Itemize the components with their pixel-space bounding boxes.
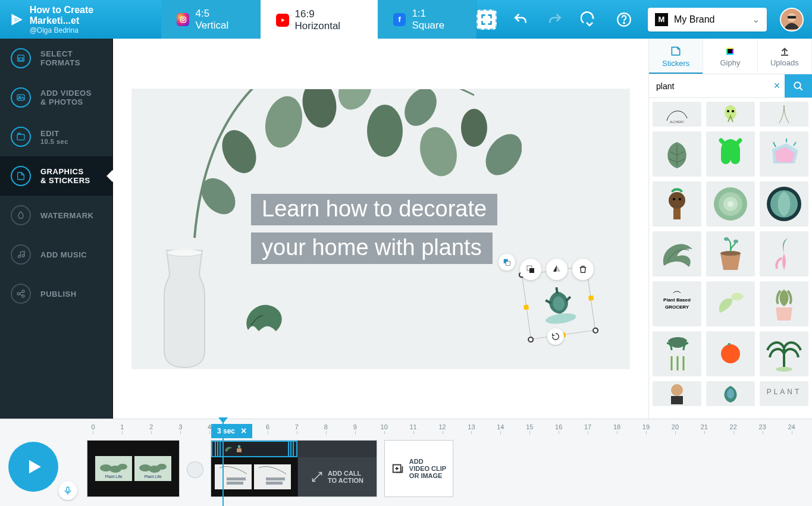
rtab-stickers[interactable]: Stickers [649,39,703,74]
svg-point-41 [794,82,801,89]
sidebar-item-graphics[interactable]: GRAPHICS& STICKERS [0,156,112,196]
sidebar-item-music[interactable]: ADD MUSIC [0,235,112,274]
sticker-result[interactable] [706,381,755,406]
add-clip-label: ADD VIDEO CLIP OR IMAGE [409,458,446,479]
rtab-giphy[interactable]: Giphy [703,39,757,74]
format-tab-1-1[interactable]: f 1:1 Square [378,0,476,39]
sidebar-item-publish[interactable]: PUBLISH [0,274,112,313]
svg-rect-69 [67,487,69,492]
svg-rect-78 [227,477,246,480]
sticker-result[interactable] [706,231,755,276]
timeline-tick: 23 [748,423,777,430]
sticker-result[interactable] [653,231,701,276]
sticker-result[interactable] [706,102,755,127]
overlay-duration-flag[interactable]: 3 sec × [211,424,252,438]
rtab-label: Uploads [770,58,799,67]
svg-point-3 [182,18,184,21]
brand-select[interactable]: M My Brand ⌄ [648,8,767,32]
selected-sticker[interactable] [531,275,587,330]
svg-point-45 [732,110,734,112]
sticker-result[interactable]: Plant BasedGROCERY [653,281,701,326]
svg-point-75 [157,464,167,470]
canvas-caption-line2[interactable]: your home with plants [251,232,493,264]
svg-point-29 [195,171,242,221]
sticker-result[interactable] [760,131,808,177]
sticker-result[interactable] [653,131,701,177]
svg-point-51 [679,198,681,200]
timeline-clip-1[interactable]: Plant Life Plant Life [87,440,180,497]
sticker-result[interactable] [706,181,755,227]
project-author: @Olga Bedrina [30,26,145,34]
sidebar-label: EDIT [40,129,68,138]
sticker-result[interactable] [706,281,755,326]
svg-point-17 [17,293,20,295]
svg-point-60 [733,240,738,243]
sticker-result[interactable] [653,381,701,406]
svg-point-30 [167,250,202,256]
voice-record-button[interactable] [58,481,77,500]
layer-front-button[interactable] [520,259,541,280]
svg-rect-2 [180,17,186,22]
play-button[interactable] [8,442,58,492]
sidebar-label: GRAPHICS [40,167,90,176]
sticker-result[interactable]: PLANT [760,381,808,406]
timeline-tick: 24 [777,423,806,430]
svg-rect-9 [788,15,796,18]
sidebar-item-edit[interactable]: EDIT10.5 sec [0,117,112,156]
canvas-caption-line1[interactable]: Learn how to decorate [251,194,497,225]
add-clip-button[interactable]: ADD VIDEO CLIP OR IMAGE [384,440,453,497]
search-button[interactable] [785,74,812,98]
svg-point-50 [673,198,675,200]
clip-transition[interactable] [187,461,203,478]
timeline-tick: 20 [660,423,689,430]
sidebar-item-formats[interactable]: SELECTFORMATS [0,39,112,78]
format-tab-16-9[interactable]: 16:9 Horizontal [261,0,378,39]
sidebar-label: ADD MUSIC [40,250,87,259]
redo-button[interactable] [544,9,566,30]
rotate-reset-button[interactable] [547,328,564,345]
undo-button[interactable] [510,9,531,30]
sticker-result[interactable] [760,331,808,376]
sticker-result[interactable] [706,131,755,177]
sticker-monstera-leaf[interactable] [239,300,290,336]
fullscreen-button[interactable] [476,10,497,30]
format-tab-4-5[interactable]: 4:5 Vertical [161,0,261,39]
overlay-segment[interactable] [211,441,297,457]
svg-text:GROCERY: GROCERY [665,304,689,310]
sidebar-label: SELECT [40,49,80,58]
layer-back-button[interactable] [499,254,515,271]
cloud-sync-icon[interactable] [579,9,600,30]
timeline-clip-2[interactable]: 3 sec × [211,440,377,497]
canvas[interactable]: Learn how to decorate your home with pla… [132,89,629,369]
sticker-result[interactable] [706,331,755,376]
svg-point-44 [727,110,729,112]
logo-icon[interactable] [7,11,25,29]
delete-button[interactable] [572,259,594,280]
help-button[interactable] [613,9,635,30]
sticker-search-input[interactable] [649,74,769,98]
search-clear-button[interactable]: × [769,74,785,98]
user-avatar[interactable] [780,8,804,32]
format-tab-label: 16:9 Horizontal [295,8,362,32]
svg-point-64 [776,367,792,372]
sticker-result[interactable] [653,181,701,227]
sidebar-item-add-media[interactable]: ADD VIDEOS& PHOTOS [0,78,112,117]
sticker-grid: ALCHEMY Plant BasedGROCERY PLANT [649,98,812,419]
sticker-result[interactable] [653,331,701,376]
add-cta-button[interactable]: ADD CALL TO ACTION [297,457,377,496]
svg-point-25 [398,89,443,131]
rtab-uploads[interactable]: Uploads [758,39,812,74]
sticker-result[interactable] [760,231,808,276]
sticker-result[interactable] [760,181,808,227]
svg-point-22 [299,89,340,130]
sticker-result[interactable] [760,102,808,127]
rtab-label: Giphy [720,58,741,67]
timeline-tick: 8 [311,423,340,430]
sidebar-item-watermark[interactable]: WATERMARK [0,196,112,235]
sticker-result[interactable] [760,281,808,326]
overlay-remove-button[interactable]: × [241,426,246,436]
flip-button[interactable] [546,259,568,280]
sticker-result[interactable]: ALCHEMY [653,102,701,127]
sidebar-label: WATERMARK [40,211,93,220]
project-title[interactable]: How to Create Marketi...et [30,5,145,26]
